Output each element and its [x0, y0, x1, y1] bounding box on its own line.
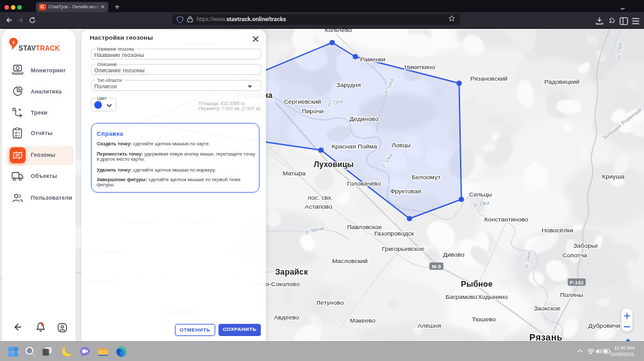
- svg-text:Дубровичи: Дубровичи: [588, 322, 620, 329]
- svg-text:Алёшня: Алёшня: [418, 322, 442, 329]
- svg-text:Константиново: Константиново: [484, 216, 529, 223]
- svg-text:Кольчево: Кольчево: [325, 29, 352, 33]
- svg-text:Красная Пойма: Красная Пойма: [331, 143, 377, 150]
- svg-text:Р-132: Р-132: [570, 280, 584, 285]
- svg-text:Раменки: Раменки: [360, 56, 385, 63]
- svg-text:Головачёво: Головачёво: [347, 180, 382, 187]
- svg-text:Дединово: Дединово: [350, 115, 379, 122]
- svg-text:Заборье: Заборье: [574, 242, 599, 249]
- svg-text:Луховицы: Луховицы: [314, 160, 354, 169]
- svg-text:Рыбное: Рыбное: [461, 280, 493, 289]
- svg-text:Поляны: Поляны: [560, 291, 583, 298]
- svg-text:Авдеево: Авдеево: [274, 314, 299, 321]
- svg-text:Астапово: Астапово: [305, 203, 333, 210]
- svg-text:Заокское: Заокское: [534, 305, 561, 312]
- svg-text:Никиткино: Никиткино: [404, 63, 435, 70]
- svg-text:Криуша: Криуша: [602, 173, 625, 180]
- svg-text:Белоомут: Белоомут: [412, 173, 441, 180]
- svg-text:Зарайск: Зарайск: [275, 268, 308, 277]
- svg-text:Дивово: Дивово: [443, 251, 465, 258]
- svg-text:Радовицкий: Радовицкий: [545, 78, 580, 85]
- svg-text:Баграмово: Баграмово: [445, 293, 477, 300]
- svg-text:Масловский: Масловский: [332, 257, 368, 264]
- svg-text:Рязановский: Рязановский: [470, 75, 508, 82]
- svg-text:Ловцы: Ловцы: [392, 141, 411, 148]
- svg-text:Пирочи: Пирочи: [302, 108, 324, 115]
- svg-text:пос. свх.: пос. свх.: [308, 194, 333, 201]
- svg-text:Тюшево: Тюшево: [472, 316, 496, 323]
- svg-text:Фруктовая: Фруктовая: [390, 188, 421, 195]
- svg-text:Газопроводск: Газопроводск: [374, 230, 415, 237]
- svg-text:Сергиевский: Сергиевский: [284, 98, 321, 105]
- svg-text:Новосёлки: Новосёлки: [541, 227, 573, 234]
- svg-text:Макеево: Макеево: [350, 317, 376, 324]
- svg-text:М-5: М-5: [432, 264, 441, 269]
- svg-text:Солотча: Солотча: [563, 252, 588, 259]
- svg-text:Сельцы: Сельцы: [469, 191, 492, 198]
- svg-text:Ходынино: Ходынино: [478, 293, 508, 300]
- svg-text:Григорьевское: Григорьевское: [382, 245, 425, 252]
- svg-text:Зарудня: Зарудня: [336, 81, 361, 88]
- svg-text:Летуново: Летуново: [317, 299, 344, 306]
- svg-text:Матыра: Матыра: [283, 170, 306, 177]
